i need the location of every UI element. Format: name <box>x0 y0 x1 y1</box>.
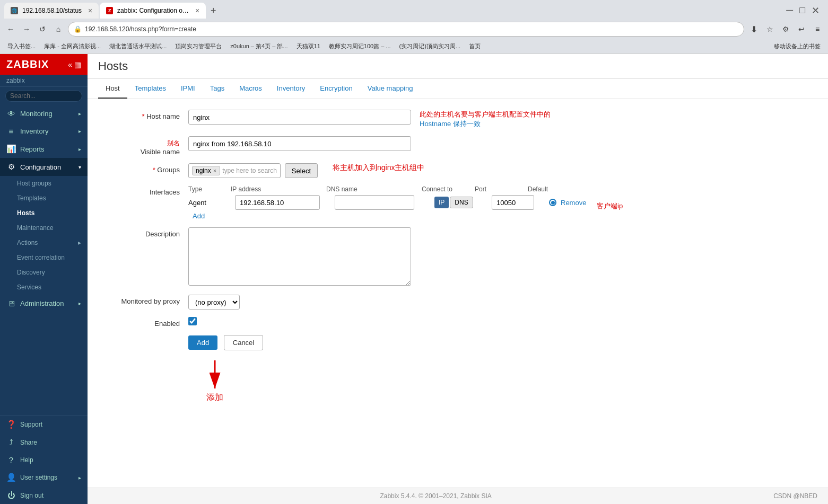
sidebar-menu-icon[interactable]: ▦ <box>74 60 81 69</box>
host-name-input[interactable] <box>188 110 411 125</box>
tab-close-1[interactable]: × <box>88 6 92 15</box>
bookmark-4[interactable]: 顶岗实习管理平台 <box>172 41 225 51</box>
tag-label: nginx <box>196 167 211 174</box>
sidebar-user-settings[interactable]: 👤 User settings ▸ <box>0 468 88 487</box>
close-btn[interactable]: ✕ <box>812 5 820 16</box>
reload-button[interactable]: ↺ <box>36 23 49 36</box>
sidebar-support[interactable]: ❓ Support <box>0 415 88 434</box>
description-label: Description <box>103 227 188 238</box>
cancel-button[interactable]: Cancel <box>224 335 263 350</box>
minimize-btn[interactable]: ─ <box>786 5 793 16</box>
bookmark-2[interactable]: 库库 - 全网高清影视... <box>41 41 104 51</box>
bookmarks-bar: 导入书签... 库库 - 全网高清影视... 湖北普通话水平测试... 顶岗实习… <box>0 39 828 54</box>
sidebar-sign-out[interactable]: ⏻ Sign out <box>0 487 88 504</box>
tab-host[interactable]: Host <box>98 79 127 99</box>
bookmark-5[interactable]: z0ukun – 第4页 – 部... <box>227 41 291 51</box>
sidebar-sub-host-groups[interactable]: Host groups <box>0 176 88 191</box>
visible-name-input[interactable] <box>188 136 411 151</box>
form-buttons: Add Cancel <box>188 335 263 350</box>
bookmark-6[interactable]: 天猫双11 <box>293 41 324 51</box>
sidebar-item-reports[interactable]: 📊 Reports ▸ <box>0 140 88 158</box>
tab-tags[interactable]: Tags <box>203 79 232 99</box>
agent-ip-input[interactable] <box>235 195 320 210</box>
sidebar-help[interactable]: ? Help <box>0 451 88 468</box>
sidebar-search-input[interactable] <box>5 90 82 102</box>
tab-encryption[interactable]: Encryption <box>312 79 360 99</box>
bookmark-9[interactable]: 首页 <box>466 41 484 51</box>
sidebar-sub-discovery[interactable]: Discovery <box>0 265 88 280</box>
back-button[interactable]: ← <box>4 23 17 36</box>
description-textarea[interactable] <box>188 227 411 286</box>
forward-button[interactable]: → <box>20 23 33 36</box>
groups-annotation: 将主机加入到nginx主机组中 <box>333 163 424 173</box>
interfaces-col-headers: Type IP address DNS name Connect to Port… <box>188 185 591 193</box>
agent-dns-cell <box>335 195 430 210</box>
agent-port-cell <box>492 195 545 210</box>
lock-icon: 🔒 <box>74 25 82 33</box>
tab-zabbix[interactable]: Z zabbix: Configuration of hos... × <box>100 3 206 19</box>
tab-value-mapping[interactable]: Value mapping <box>360 79 421 99</box>
bookmark-1[interactable]: 导入书签... <box>4 41 39 51</box>
settings-btn[interactable]: ⚙ <box>779 23 792 36</box>
sidebar-sub-services[interactable]: Services <box>0 280 88 295</box>
main-content: Hosts Host Templates IPMI Tags Macros In… <box>88 54 828 504</box>
help-icon: ? <box>6 455 16 464</box>
add-button[interactable]: Add <box>188 335 217 350</box>
tab-title-2: zabbix: Configuration of hos... <box>117 7 189 14</box>
tag-remove-btn[interactable]: × <box>213 167 216 174</box>
home-button[interactable]: ⌂ <box>52 23 65 36</box>
bookmark-8[interactable]: (实习周记)顶岗实习周... <box>396 41 464 51</box>
support-icon: ❓ <box>6 420 16 429</box>
sidebar-sub-event-correlation[interactable]: Event correlation <box>0 250 88 265</box>
agent-dns-input[interactable] <box>335 195 414 210</box>
administration-arrow: ▸ <box>79 300 81 306</box>
bookmark-mobile[interactable]: 移动设备上的书签 <box>771 41 824 51</box>
sidebar-item-monitoring[interactable]: 👁 Monitoring ▸ <box>0 105 88 122</box>
sidebar-sub-maintenance[interactable]: Maintenance <box>0 220 88 235</box>
bookmark-7[interactable]: 教师实习周记100篇 – ... <box>326 41 394 51</box>
favorites-btn[interactable]: ☆ <box>763 23 776 36</box>
enabled-checkbox[interactable] <box>188 317 197 325</box>
share-label: Share <box>20 439 37 446</box>
help-label: Help <box>20 456 33 464</box>
tab-status[interactable]: 🌐 192.168.58.10/status × <box>4 3 99 19</box>
sidebar-sub-actions[interactable]: Actions ▸ <box>0 235 88 250</box>
sidebar-item-administration[interactable]: 🖥 Administration ▸ <box>0 295 88 312</box>
sidebar-collapse-icon[interactable]: « <box>68 60 72 69</box>
bookmark-3[interactable]: 湖北普通话水平测试... <box>106 41 170 51</box>
tab-close-2[interactable]: × <box>195 6 199 15</box>
tab-ipmi[interactable]: IPMI <box>173 79 203 99</box>
dns-connect-button[interactable]: DNS <box>450 197 473 208</box>
sidebar-item-configuration[interactable]: ⚙ Configuration ▾ <box>0 158 88 176</box>
agent-connect-cell: IP DNS <box>434 197 487 208</box>
sidebar-sub-hosts[interactable]: Hosts <box>0 206 88 220</box>
col-header-connect: Connect to <box>422 185 475 193</box>
address-bar[interactable]: 🔒 192.168.58.120/hosts.php?form=create <box>68 22 744 37</box>
page-header: Hosts <box>88 54 828 79</box>
download-btn[interactable]: ⬇ <box>747 23 760 36</box>
tab-favicon-1: 🌐 <box>11 7 18 14</box>
groups-select-button[interactable]: Select <box>285 163 318 178</box>
add-interface-link[interactable]: Add <box>193 212 205 220</box>
tab-macros[interactable]: Macros <box>232 79 269 99</box>
maximize-btn[interactable]: □ <box>799 5 805 16</box>
hostname-annotation-line2: Hostname 保持一致 <box>420 119 551 129</box>
inventory-icon: ≡ <box>6 127 16 136</box>
sidebar-share[interactable]: ⤴ Share <box>0 434 88 451</box>
logo-text: ZABBIX <box>6 58 49 70</box>
configuration-arrow: ▾ <box>79 164 81 170</box>
groups-tag-input[interactable]: nginx × type here to search <box>188 163 281 178</box>
sidebar-item-inventory[interactable]: ≡ Inventory ▸ <box>0 122 88 140</box>
remove-link[interactable]: Remove <box>561 199 586 207</box>
user-settings-label: User settings <box>20 474 57 481</box>
agent-port-input[interactable] <box>492 195 534 210</box>
tab-inventory[interactable]: Inventory <box>269 79 312 99</box>
tab-templates[interactable]: Templates <box>127 79 173 99</box>
menu-btn[interactable]: ≡ <box>811 23 824 36</box>
default-radio[interactable] <box>549 199 556 206</box>
back2-btn[interactable]: ↩ <box>795 23 808 36</box>
ip-connect-button[interactable]: IP <box>434 197 449 208</box>
proxy-select[interactable]: (no proxy) <box>188 295 240 310</box>
new-tab-button[interactable]: + <box>206 3 221 18</box>
sidebar-sub-templates[interactable]: Templates <box>0 191 88 206</box>
